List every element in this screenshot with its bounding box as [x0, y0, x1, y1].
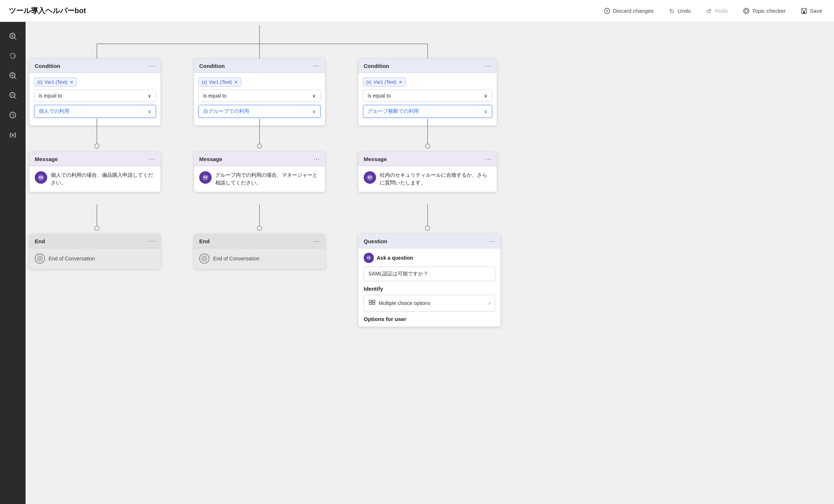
end-2-menu[interactable]: ⋯ [313, 238, 320, 244]
end-1-menu[interactable]: ⋯ [149, 238, 155, 244]
message-1-text: 個人での利用の場合、備品購入申請してください。 [51, 171, 155, 187]
multi-choice-row[interactable]: Multiple choice options › [364, 295, 495, 312]
condition-1-header: Condition ⋯ [30, 59, 160, 73]
chevron-down-icon-1: ∨ [148, 93, 151, 99]
condition-3-var-remove[interactable]: ✕ [399, 80, 402, 85]
bot-avatar-1 [35, 171, 47, 184]
svg-rect-42 [369, 300, 372, 302]
topbar: ツール導入ヘルパーbot Discard changes Undo [0, 0, 834, 22]
message-2-menu[interactable]: ⋯ [313, 156, 320, 162]
condition-2-value[interactable]: 自グループでの利用 ∨ [198, 105, 321, 118]
condition-3-operator[interactable]: is equal to ∨ [363, 89, 492, 102]
multi-choice-icon [368, 299, 376, 308]
condition-2-menu[interactable]: ⋯ [313, 62, 320, 69]
condition-3-menu[interactable]: ⋯ [485, 62, 492, 69]
svg-point-1 [744, 8, 749, 14]
condition-1-menu[interactable]: ⋯ [149, 62, 155, 69]
svg-point-19 [257, 144, 262, 148]
condition-3-value[interactable]: グループ横断での利用 ∨ [363, 105, 492, 118]
svg-point-26 [38, 175, 44, 180]
message-2-text: グループ内での利用の場合、マネージャーと相談してください。 [215, 171, 320, 187]
chevron-down-icon-4: ∨ [312, 108, 316, 114]
message-1-menu[interactable]: ⋯ [149, 156, 155, 162]
identify-label: Identify [364, 286, 495, 292]
chevron-down-icon-5: ∨ [484, 93, 488, 99]
svg-point-34 [370, 176, 372, 178]
history-button[interactable] [4, 107, 21, 123]
redo-button[interactable]: Redo [702, 5, 731, 17]
condition-2-operator[interactable]: is equal to ∨ [198, 89, 321, 102]
message-3-text: 社内のセキュリティルールに合致するか、さらに質問いたします。 [380, 171, 492, 187]
left-toolbar: {x} [0, 22, 26, 504]
zoom-fit-button[interactable] [4, 28, 21, 45]
topic-checker-icon [743, 7, 750, 15]
end-1-body: End of Conversation [30, 248, 160, 269]
undo-button[interactable]: Undo [665, 5, 694, 17]
message-3-title: Message [364, 156, 387, 162]
message-1-header: Message ⋯ [30, 152, 160, 166]
chevron-down-icon-3: ∨ [312, 93, 316, 99]
save-icon [800, 7, 808, 15]
reset-button[interactable] [4, 47, 21, 64]
message-2-header: Message ⋯ [194, 152, 325, 166]
options-label: Options for user [364, 316, 495, 322]
condition-1-title: Condition [35, 63, 60, 69]
condition-1-operator[interactable]: is equal to ∨ [34, 89, 156, 102]
svg-point-29 [202, 175, 208, 180]
condition-2-title: Condition [199, 63, 225, 69]
question-menu[interactable]: ⋯ [489, 238, 495, 244]
svg-point-37 [202, 256, 207, 261]
zoom-out-button[interactable] [4, 87, 21, 104]
svg-point-15 [95, 144, 99, 148]
question-body: Ask a question SAML認証は可能ですか？ Identify [359, 248, 500, 327]
chevron-right-icon: › [489, 300, 490, 306]
condition-node-2: Condition ⋯ {x} Var1 (Text) ✕ is equal t… [194, 58, 325, 126]
message-1-body: 個人での利用の場合、備品購入申請してください。 [30, 166, 160, 192]
end-1-header: End ⋯ [30, 234, 160, 248]
end-2-icon [199, 253, 209, 264]
canvas: {x} [0, 22, 834, 504]
condition-1-body: {x} Var1 (Text) ✕ is equal to ∨ 個人での利用 ∨ [30, 73, 160, 125]
message-3-menu[interactable]: ⋯ [485, 156, 492, 162]
message-node-2: Message ⋯ グループ内での利用の場合、マネージャーと相談してください。 [194, 152, 325, 192]
condition-2-var-remove[interactable]: ✕ [234, 80, 238, 85]
message-3-body: 社内のセキュリティルールに合致するか、さらに質問いたします。 [359, 166, 497, 192]
chevron-down-icon-6: ∨ [484, 108, 488, 114]
message-3-header: Message ⋯ [359, 152, 497, 166]
ask-question-icon [364, 253, 374, 263]
svg-point-21 [257, 226, 262, 230]
svg-point-38 [203, 257, 205, 260]
end-1-title: End [35, 238, 45, 244]
zoom-in-button[interactable] [4, 67, 21, 84]
variable-button[interactable]: {x} [4, 126, 21, 143]
bot-avatar-3 [364, 171, 376, 184]
svg-point-35 [37, 256, 42, 261]
message-node-3: Message ⋯ 社内のセキュリティルールに合致するか、さらに質問いたします。 [358, 152, 497, 192]
topbar-actions: Discard changes Undo Redo [600, 5, 825, 17]
end-2-title: End [199, 238, 209, 244]
ask-question-row: Ask a question [364, 253, 495, 263]
condition-1-value[interactable]: 個人での利用 ∨ [34, 105, 156, 118]
condition-1-var-remove[interactable]: ✕ [70, 80, 73, 85]
condition-node-3: Condition ⋯ {x} Var1 (Text) ✕ is equal t… [358, 58, 497, 126]
condition-3-body: {x} Var1 (Text) ✕ is equal to ∨ グループ横断での… [359, 73, 497, 125]
svg-rect-45 [372, 303, 375, 305]
bot-avatar-2 [199, 171, 212, 184]
save-button[interactable]: Save [797, 5, 825, 17]
multi-choice-left: Multiple choice options [368, 299, 431, 308]
condition-2-var-tag: {x} Var1 (Text) ✕ [198, 77, 241, 87]
discard-changes-button[interactable]: Discard changes [600, 5, 657, 17]
svg-point-17 [95, 226, 99, 230]
redo-icon [705, 7, 713, 15]
svg-rect-43 [372, 300, 375, 302]
svg-rect-44 [369, 303, 372, 305]
svg-point-33 [368, 176, 369, 178]
end-2-body: End of Conversation [194, 248, 325, 269]
condition-node-1: Condition ⋯ {x} Var1 (Text) ✕ is equal t… [29, 58, 161, 126]
question-input-display: SAML認証は可能ですか？ [364, 267, 495, 281]
topic-checker-button[interactable]: Topic checker [740, 5, 789, 17]
var-icon-2: {x} [202, 80, 207, 85]
question-title: Question [364, 238, 387, 244]
app-title: ツール導入ヘルパーbot [9, 6, 600, 16]
svg-point-36 [39, 257, 41, 260]
